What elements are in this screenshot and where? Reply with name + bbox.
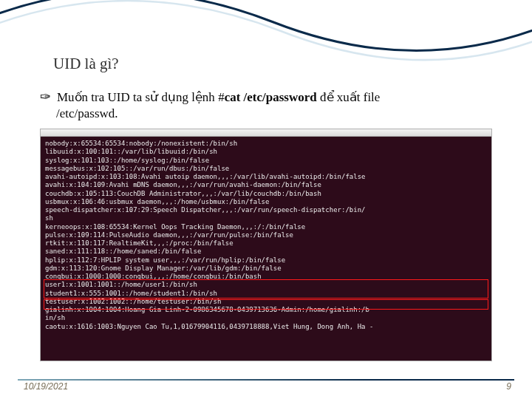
bullet-line2: /etc/passwd. [56,106,502,121]
bullet-prefix: Muốn tra UID ta sử dụng lệnh [57,90,218,104]
terminal-window: nobody:x:65534:65534:nobody:/nonexistent… [40,129,492,361]
footer-rule [18,379,514,381]
bullet-icon: ✑ [40,90,51,103]
terminal-titlebar [41,129,491,137]
footer-date: 10/19/2021 [24,381,68,392]
highlight-box-2 [44,299,488,310]
highlight-box-1 [44,279,488,299]
terminal-output: nobody:x:65534:65534:nobody:/nonexistent… [41,137,491,361]
cmd-name: cat /etc/password [225,90,317,104]
bullet-suffix: để xuất file [317,90,381,104]
bullet-text: Muốn tra UID ta sử dụng lệnh #cat /etc/p… [57,89,380,105]
cmd-hash: # [218,90,225,104]
bullet-item: ✑ Muốn tra UID ta sử dụng lệnh #cat /etc… [40,89,502,105]
slide-footer: 10/19/2021 9 [0,381,532,392]
footer-page-number: 9 [506,381,511,392]
slide-title: UID là gì? [53,55,502,73]
